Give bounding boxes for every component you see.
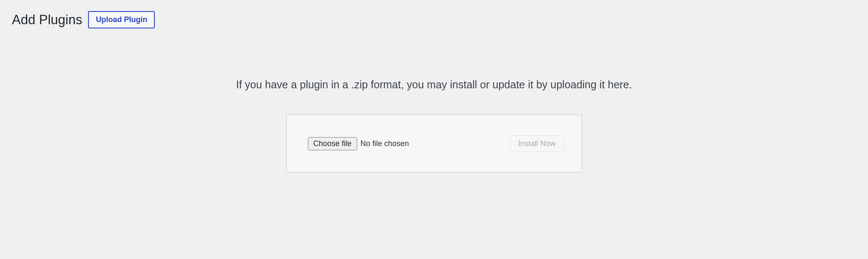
file-chosen-status: No file chosen xyxy=(361,139,409,148)
page-title: Add Plugins xyxy=(12,11,82,28)
upload-description: If you have a plugin in a .zip format, y… xyxy=(0,79,868,91)
upload-form: Choose file No file chosen Install Now xyxy=(286,115,582,172)
upload-form-container: Choose file No file chosen Install Now xyxy=(0,115,868,172)
choose-file-button[interactable]: Choose file xyxy=(308,137,357,150)
upload-plugin-button[interactable]: Upload Plugin xyxy=(88,11,155,28)
page-header: Add Plugins Upload Plugin xyxy=(0,0,868,28)
install-now-button[interactable]: Install Now xyxy=(510,135,563,152)
file-chooser: Choose file No file chosen xyxy=(308,137,409,150)
